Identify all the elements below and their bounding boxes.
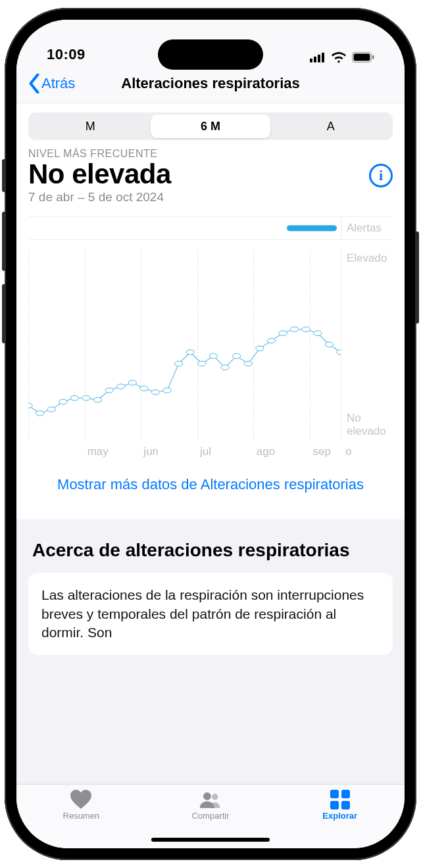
svg-point-22 — [198, 361, 206, 366]
back-button[interactable]: Atrás — [28, 74, 75, 93]
svg-rect-6 — [372, 55, 374, 59]
x-tick: sep — [310, 440, 341, 470]
tab-explorar[interactable]: Explorar — [275, 790, 405, 821]
tab-bar: Resumen Compartir Explorar — [16, 784, 405, 848]
svg-point-32 — [314, 331, 322, 336]
svg-point-15 — [117, 384, 125, 389]
svg-rect-3 — [322, 53, 324, 62]
summary-value: No elevada — [28, 160, 171, 189]
x-tick: o — [341, 440, 393, 470]
svg-point-13 — [93, 397, 101, 402]
time-range-segmented: M 6 M A — [28, 112, 393, 140]
summary-card: M 6 M A NIVEL MÁS FRECUENTE No elevada 7… — [16, 103, 405, 519]
show-more-link[interactable]: Mostrar más datos de Alteraciones respir… — [28, 470, 393, 508]
heart-icon — [70, 790, 92, 809]
dynamic-island — [158, 39, 263, 70]
svg-point-16 — [128, 380, 136, 385]
wifi-icon — [331, 51, 347, 63]
tab-resumen[interactable]: Resumen — [16, 790, 146, 821]
status-time: 10:09 — [47, 46, 86, 63]
x-tick: jul — [197, 440, 254, 470]
svg-point-34 — [337, 350, 341, 355]
svg-point-19 — [163, 388, 171, 393]
home-indicator[interactable] — [151, 838, 270, 842]
svg-point-17 — [140, 386, 148, 391]
tab-compartir[interactable]: Compartir — [146, 790, 276, 821]
x-tick: ago — [254, 440, 310, 470]
svg-point-7 — [28, 403, 32, 408]
people-icon — [199, 790, 222, 809]
svg-point-18 — [151, 390, 159, 395]
svg-rect-0 — [310, 59, 312, 62]
status-icons — [310, 51, 374, 63]
alerts-axis-label: Alertas — [341, 222, 393, 235]
about-body: Las alteraciones de la respiración son i… — [41, 587, 364, 640]
svg-point-29 — [279, 331, 287, 336]
alerts-strip — [28, 217, 341, 239]
svg-point-31 — [302, 327, 310, 332]
svg-point-23 — [209, 354, 217, 359]
back-label: Atrás — [41, 75, 75, 92]
x-tick: may — [85, 440, 141, 470]
svg-point-11 — [70, 396, 78, 401]
plot-area[interactable] — [28, 249, 341, 440]
tab-label: Explorar — [322, 811, 357, 821]
svg-point-36 — [212, 794, 218, 800]
y-tick-high: Elevado — [347, 252, 393, 265]
svg-rect-38 — [341, 790, 350, 798]
svg-point-27 — [256, 346, 264, 351]
tab-label: Compartir — [191, 811, 229, 821]
info-icon: i — [379, 167, 383, 184]
grid-icon — [329, 790, 351, 809]
svg-rect-37 — [330, 790, 339, 798]
info-button[interactable]: i — [369, 164, 393, 187]
svg-rect-5 — [354, 54, 370, 61]
svg-point-35 — [203, 792, 211, 800]
segment-month[interactable]: M — [30, 114, 151, 138]
svg-point-24 — [221, 365, 229, 370]
x-axis: may jun jul ago sep — [28, 440, 341, 470]
battery-icon — [352, 52, 374, 62]
main-content: M 6 M A NIVEL MÁS FRECUENTE No elevada 7… — [16, 103, 405, 784]
about-card: Las alteraciones de la respiración son i… — [28, 573, 393, 655]
chevron-left-icon — [28, 74, 40, 93]
y-tick-low: No elevado — [347, 412, 393, 437]
nav-bar: Atrás Alteraciones respiratorias — [16, 67, 405, 103]
svg-point-26 — [244, 361, 252, 366]
segment-6months[interactable]: 6 M — [151, 114, 271, 138]
svg-point-33 — [325, 342, 333, 347]
svg-rect-40 — [341, 801, 350, 809]
svg-point-8 — [36, 411, 43, 416]
chart: Alertas — [28, 216, 393, 470]
cellular-icon — [310, 52, 326, 62]
svg-point-12 — [82, 396, 90, 401]
about-heading: Acerca de alteraciones respiratorias — [16, 519, 405, 573]
svg-point-9 — [47, 407, 55, 412]
svg-rect-39 — [330, 801, 339, 809]
svg-point-28 — [267, 339, 275, 344]
svg-point-30 — [290, 327, 298, 332]
x-tick: jun — [141, 440, 197, 470]
tab-label: Resumen — [63, 811, 100, 821]
svg-point-20 — [175, 361, 183, 366]
summary-range: 7 de abr – 5 de oct 2024 — [28, 190, 171, 205]
svg-point-10 — [59, 399, 67, 404]
svg-point-21 — [186, 350, 194, 355]
svg-point-25 — [232, 354, 240, 359]
svg-rect-1 — [314, 57, 316, 62]
svg-point-14 — [105, 388, 113, 393]
segment-year[interactable]: A — [270, 114, 391, 138]
svg-rect-2 — [318, 55, 320, 62]
